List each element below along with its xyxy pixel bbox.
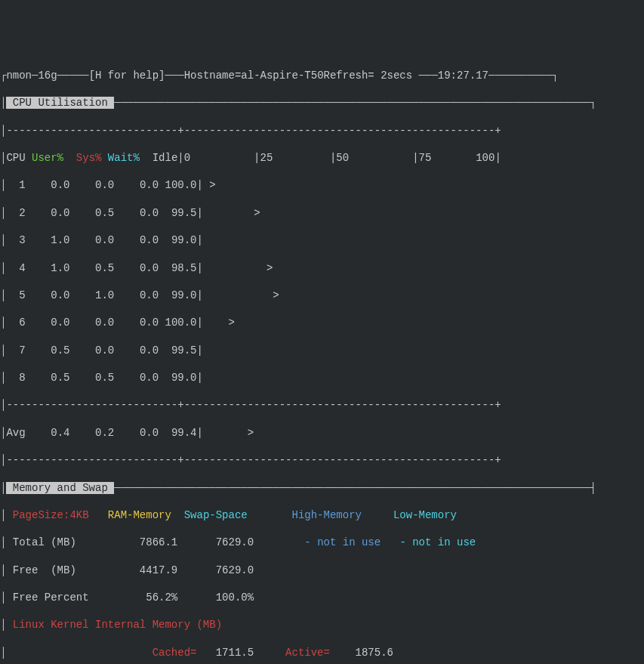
cpu-row: │ 1 0.0 0.0 0.0 100.0| > [0, 178, 644, 192]
cpu-row: │ 6 0.0 0.0 0.0 100.0| > [0, 316, 644, 329]
section-title-mem: Memory and Swap [6, 482, 114, 494]
cpu-row: │ 4 1.0 0.5 0.0 98.5| > [0, 261, 644, 275]
cpu-row: │ 2 0.0 0.5 0.0 99.5| > [0, 206, 644, 220]
cpu-header: │CPU User% Sys% Wait% Idle|0 |25 |50 |75… [0, 151, 644, 165]
cpu-row: │ 3 1.0 0.0 0.0 99.0| [0, 233, 644, 247]
section-title-cpu: CPU Utilisation [6, 97, 114, 109]
cpu-row: │ 8 0.5 0.5 0.0 99.0| [0, 371, 644, 385]
header-line: ┌nmon─16g─────[H for help]───Hostname=al… [0, 69, 644, 82]
cpu-row: │ 5 0.0 1.0 0.0 99.0| > [0, 289, 644, 302]
cpu-avg: │Avg 0.4 0.2 0.0 99.4| > [0, 426, 644, 440]
terminal-output: ┌nmon─16g─────[H for help]───Hostname=al… [0, 55, 644, 664]
cpu-row: │ 7 0.5 0.0 0.0 99.5| [0, 344, 644, 357]
